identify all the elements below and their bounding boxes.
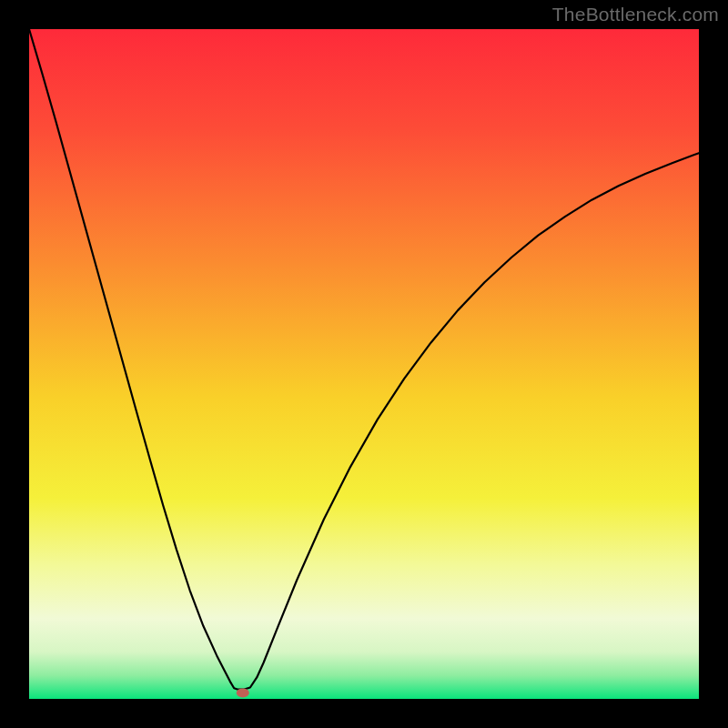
watermark-text: TheBottleneck.com bbox=[552, 4, 719, 25]
min-marker bbox=[237, 688, 249, 697]
plot-background bbox=[29, 29, 699, 699]
bottleneck-chart bbox=[0, 0, 728, 728]
chart-frame: { "watermark": "TheBottleneck.com", "cha… bbox=[0, 0, 728, 728]
